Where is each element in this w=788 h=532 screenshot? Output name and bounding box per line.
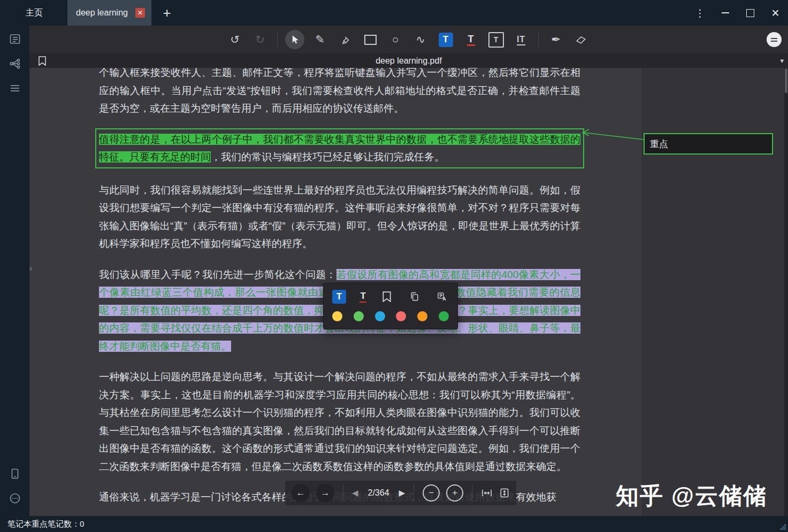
maximize-button[interactable] xyxy=(738,0,763,26)
main-row: ↺ ↻ ✎ ○ ∿ T T T IT xyxy=(0,26,788,516)
popup-color-row xyxy=(324,306,457,329)
highlight-color-yellow[interactable] xyxy=(332,311,342,321)
outline-panel-button[interactable] xyxy=(8,81,22,95)
popup-translate-button[interactable] xyxy=(435,290,449,304)
history-forward-button[interactable]: → xyxy=(316,484,334,502)
paragraph: 一种解决以上问题的思路是逆向思考。与其设计一个解决问题的程序，不如从最终的需求入… xyxy=(99,368,580,475)
device-sync-button[interactable] xyxy=(8,467,22,481)
scrollbar-thumb[interactable] xyxy=(785,68,787,93)
home-nav-button[interactable]: 主页 xyxy=(26,7,43,19)
insert-text-tool-button[interactable]: IT xyxy=(511,30,531,49)
notebook-icon xyxy=(9,33,21,45)
next-page-button[interactable]: ▶ xyxy=(399,488,406,498)
redo-button[interactable]: ↻ xyxy=(250,30,270,49)
history-back-button[interactable]: ← xyxy=(292,484,310,502)
window-menu-button[interactable]: ⋮ xyxy=(687,0,713,26)
vertical-scrollbar[interactable] xyxy=(784,68,788,516)
page-indicator[interactable]: 2/364 xyxy=(365,488,393,498)
text-highlight-tool-button[interactable]: T xyxy=(436,30,455,49)
text-run: 我们该从哪里入手呢？我们先进一步简化这个问题： xyxy=(99,269,336,280)
popup-tool-row: T T xyxy=(324,283,457,306)
page-navigation-bar: ← → ◀ 2/364 ▶ − + xyxy=(285,481,516,505)
fit-width-button[interactable] xyxy=(481,488,493,498)
annotation-note-label: 重点 xyxy=(650,138,668,150)
highlighter-icon xyxy=(339,34,351,45)
popup-bookmark-button[interactable] xyxy=(380,290,394,304)
tablet-icon xyxy=(9,467,21,480)
highlighter-tool-button[interactable] xyxy=(335,30,355,49)
translate-icon xyxy=(437,291,447,302)
zoom-in-button[interactable]: + xyxy=(446,484,463,502)
new-tab-button[interactable]: + xyxy=(159,5,175,21)
reading-mode-button[interactable] xyxy=(767,32,782,47)
fit-page-button[interactable] xyxy=(499,488,510,498)
minimize-icon xyxy=(722,12,729,13)
text-run: 个输入框来接受收件人、主题、邮件正文等，程序将监听键盘输入并写入一个缓冲区，然后… xyxy=(99,68,580,114)
tool-group: ↺ ↻ ✎ ○ ∿ T T T IT xyxy=(225,30,591,49)
mindmap-icon xyxy=(9,57,21,70)
eraser-tool-button[interactable] xyxy=(571,30,591,49)
ellipsis-circle-icon xyxy=(9,492,21,505)
undo-button[interactable]: ↺ xyxy=(225,30,244,49)
outline-list-icon xyxy=(9,82,21,95)
document-tab[interactable]: deep learning ✕ xyxy=(67,0,151,26)
separator xyxy=(277,33,278,47)
annotation-note[interactable]: 重点 xyxy=(644,133,773,155)
popup-underline-button[interactable]: T xyxy=(359,291,366,303)
left-sidebar xyxy=(0,26,29,516)
highlight-color-green[interactable] xyxy=(354,311,364,321)
highlight-color-dark-green[interactable] xyxy=(439,311,449,321)
previous-page-button[interactable]: ◀ xyxy=(352,488,358,498)
note-count-status: 笔记本重点笔记数：0 xyxy=(7,519,84,529)
highlight-color-blue[interactable] xyxy=(375,311,385,321)
reading-mode-icon-line xyxy=(771,41,777,42)
zoom-out-button[interactable]: − xyxy=(423,484,440,502)
text-highlight-icon: T xyxy=(439,33,453,47)
separator xyxy=(472,485,472,501)
fit-page-icon xyxy=(499,488,510,498)
fit-width-icon xyxy=(481,488,493,498)
minimize-button[interactable] xyxy=(713,0,738,26)
eraser-icon xyxy=(575,34,587,45)
close-button[interactable]: ✕ xyxy=(763,0,788,26)
tab-close-button[interactable]: ✕ xyxy=(135,8,145,18)
cursor-icon xyxy=(289,34,300,45)
sidebar-collapse-handle[interactable]: ‹ xyxy=(29,264,32,273)
resize-grip[interactable] xyxy=(779,523,786,530)
selection-popup: T T xyxy=(323,283,458,329)
title-bar: 主页 deep learning ✕ + ⋮ ✕ xyxy=(0,0,788,26)
ellipse-tool-button[interactable]: ○ xyxy=(386,30,405,49)
insert-text-icon: IT xyxy=(517,34,525,45)
rectangle-tool-button[interactable] xyxy=(361,30,380,49)
status-bar: 笔记本重点笔记数：0 xyxy=(0,516,788,532)
copy-icon xyxy=(409,291,420,302)
text-run: ，我们的常识与编程技巧已经足够让我们完成任务。 xyxy=(211,151,445,163)
more-options-button[interactable] xyxy=(8,491,22,505)
text-run: 一种解决以上问题的思路是逆向思考。与其设计一个解决问题的程序，不如从最终的需求入… xyxy=(99,371,580,472)
curve-tool-button[interactable]: ∿ xyxy=(411,30,430,49)
reading-mode-icon xyxy=(771,38,777,39)
separator xyxy=(538,33,539,47)
maximize-icon xyxy=(746,9,754,17)
paragraph: 与此同时，我们很容易就能找到一些连世界上最好的程序员也无法仅用编程技巧解决的简单… xyxy=(99,181,580,253)
textbox-tool-button[interactable]: T xyxy=(486,30,506,49)
sidebar-bottom xyxy=(8,467,22,516)
highlight-color-red[interactable] xyxy=(396,311,406,321)
view-dropdown-button[interactable]: ▾ xyxy=(780,57,784,65)
notebook-panel-button[interactable] xyxy=(8,32,22,46)
separator xyxy=(343,485,343,501)
document-area[interactable]: 个输入框来接受收件人、主题、邮件正文等，程序将监听键盘输入并写入一个缓冲区，然后… xyxy=(29,68,788,516)
paragraph: 个输入框来接受收件人、主题、邮件正文等，程序将监听键盘输入并写入一个缓冲区，然后… xyxy=(99,68,580,118)
annotated-paragraph: 值得注意的是，在以上两个例子中，我们都不需要收集真实世界中的数据，也不需要系统地… xyxy=(95,128,584,168)
mindmap-panel-button[interactable] xyxy=(8,57,22,71)
tab-title: deep learning xyxy=(76,8,128,18)
highlight-color-orange[interactable] xyxy=(417,311,427,321)
popup-highlight-button[interactable]: T xyxy=(332,290,346,304)
select-tool-button[interactable] xyxy=(285,30,304,49)
app-window: 主页 deep learning ✕ + ⋮ ✕ xyxy=(0,0,788,532)
ink-pen-tool-button[interactable]: ✒ xyxy=(546,30,565,49)
underline-tool-button[interactable]: T xyxy=(461,30,480,49)
textbox-icon: T xyxy=(488,32,504,48)
popup-copy-button[interactable] xyxy=(408,290,422,304)
pencil-tool-button[interactable]: ✎ xyxy=(310,30,330,49)
